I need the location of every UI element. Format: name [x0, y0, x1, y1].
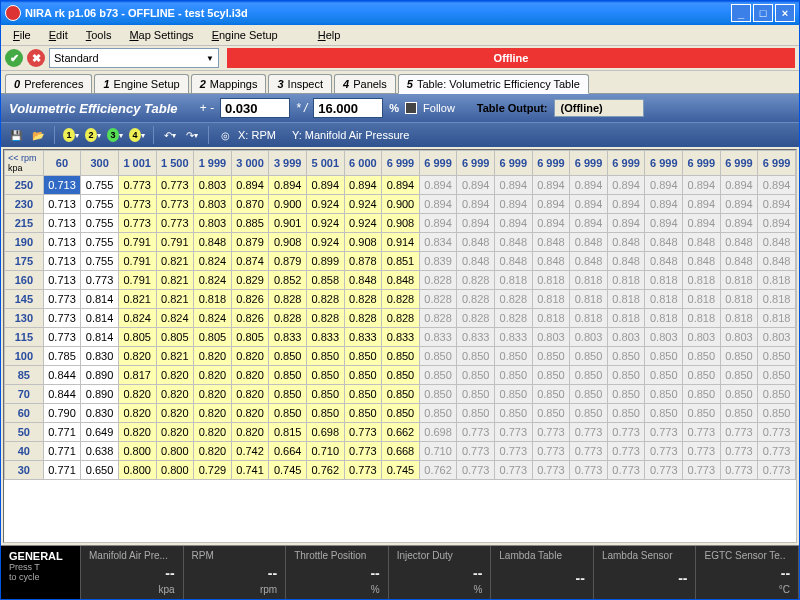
cell[interactable]: 0.773	[118, 176, 156, 195]
cell[interactable]: 0.818	[570, 271, 608, 290]
cell[interactable]: 0.839	[419, 252, 457, 271]
cell[interactable]: 0.755	[81, 195, 119, 214]
cell[interactable]: 0.850	[419, 404, 457, 423]
cell[interactable]: 0.848	[457, 252, 495, 271]
cell[interactable]: 0.894	[419, 176, 457, 195]
cell[interactable]: 0.879	[269, 252, 307, 271]
cell[interactable]: 0.638	[81, 442, 119, 461]
cell[interactable]: 0.894	[457, 214, 495, 233]
cell[interactable]: 0.850	[683, 404, 721, 423]
cell[interactable]: 0.814	[81, 328, 119, 347]
tab-engine-setup[interactable]: 1Engine Setup	[94, 74, 188, 93]
connect-button[interactable]: ✔	[5, 49, 23, 67]
cell[interactable]: 0.791	[156, 233, 194, 252]
col-header[interactable]: 6 999	[419, 151, 457, 176]
cell[interactable]: 0.800	[118, 442, 156, 461]
menu-engine-setup[interactable]: Engine Setup	[204, 27, 286, 43]
cell[interactable]: 0.790	[43, 404, 81, 423]
cell[interactable]: 0.824	[194, 271, 232, 290]
cell[interactable]: 0.850	[419, 366, 457, 385]
cell[interactable]: 0.755	[81, 214, 119, 233]
cell[interactable]: 0.850	[607, 347, 645, 366]
preset-3-button[interactable]: 3	[106, 126, 124, 144]
row-header[interactable]: 215	[5, 214, 44, 233]
maximize-button[interactable]: □	[753, 4, 773, 22]
cell[interactable]: 0.773	[683, 423, 721, 442]
cell[interactable]: 0.773	[495, 461, 533, 480]
cell[interactable]: 0.805	[194, 328, 232, 347]
tab-preferences[interactable]: 0Preferences	[5, 74, 92, 93]
cell[interactable]: 0.805	[156, 328, 194, 347]
row-header[interactable]: 30	[5, 461, 44, 480]
cell[interactable]: 0.771	[43, 423, 81, 442]
cell[interactable]: 0.771	[43, 442, 81, 461]
cell[interactable]: 0.741	[231, 461, 269, 480]
row-header[interactable]: 230	[5, 195, 44, 214]
cell[interactable]: 0.901	[269, 214, 307, 233]
cell[interactable]: 0.773	[607, 423, 645, 442]
row-header[interactable]: 160	[5, 271, 44, 290]
cell[interactable]: 0.821	[156, 271, 194, 290]
cell[interactable]: 0.773	[720, 423, 758, 442]
cell[interactable]: 0.713	[43, 195, 81, 214]
cell[interactable]: 0.828	[495, 290, 533, 309]
cell[interactable]: 0.791	[118, 252, 156, 271]
cell[interactable]: 0.850	[683, 347, 721, 366]
cell[interactable]: 0.820	[231, 366, 269, 385]
cell[interactable]: 0.818	[683, 271, 721, 290]
cell[interactable]: 0.828	[457, 271, 495, 290]
cell[interactable]: 0.833	[419, 328, 457, 347]
cell[interactable]: 0.745	[382, 461, 420, 480]
tab-mappings[interactable]: 2Mappings	[191, 74, 267, 93]
cell[interactable]: 0.850	[306, 404, 344, 423]
cell[interactable]: 0.791	[118, 271, 156, 290]
cell[interactable]: 0.848	[645, 252, 683, 271]
cell[interactable]: 0.850	[419, 347, 457, 366]
menu-tools[interactable]: Tools	[78, 27, 120, 43]
cell[interactable]: 0.894	[495, 195, 533, 214]
cell[interactable]: 0.820	[156, 366, 194, 385]
cell[interactable]: 0.894	[720, 214, 758, 233]
cell[interactable]: 0.834	[419, 233, 457, 252]
muldiv-input[interactable]	[313, 98, 383, 118]
col-header[interactable]: 300	[81, 151, 119, 176]
preset-2-button[interactable]: 2	[84, 126, 102, 144]
cell[interactable]: 0.773	[532, 442, 570, 461]
cell[interactable]: 0.894	[382, 176, 420, 195]
cell[interactable]: 0.755	[81, 176, 119, 195]
cell[interactable]: 0.848	[683, 233, 721, 252]
cell[interactable]: 0.803	[194, 195, 232, 214]
cell[interactable]: 0.848	[532, 233, 570, 252]
cell[interactable]: 0.850	[344, 385, 382, 404]
col-header[interactable]: 6 999	[645, 151, 683, 176]
cell[interactable]: 0.908	[269, 233, 307, 252]
cell[interactable]: 0.850	[269, 404, 307, 423]
cell[interactable]: 0.894	[532, 176, 570, 195]
cell[interactable]: 0.773	[43, 328, 81, 347]
cell[interactable]: 0.805	[118, 328, 156, 347]
cell[interactable]: 0.773	[457, 461, 495, 480]
cell[interactable]: 0.848	[720, 233, 758, 252]
cell[interactable]: 0.664	[269, 442, 307, 461]
cell[interactable]: 0.773	[758, 423, 796, 442]
cell[interactable]: 0.914	[382, 233, 420, 252]
cell[interactable]: 0.818	[570, 290, 608, 309]
cell[interactable]: 0.848	[344, 271, 382, 290]
save-button[interactable]: 💾	[7, 126, 25, 144]
cell[interactable]: 0.773	[645, 461, 683, 480]
cell[interactable]: 0.894	[269, 176, 307, 195]
cell[interactable]: 0.826	[231, 290, 269, 309]
cell[interactable]: 0.828	[306, 309, 344, 328]
cell[interactable]: 0.850	[758, 404, 796, 423]
col-header[interactable]: 6 999	[683, 151, 721, 176]
row-header[interactable]: 40	[5, 442, 44, 461]
cell[interactable]: 0.850	[306, 366, 344, 385]
cell[interactable]: 0.820	[156, 423, 194, 442]
cell[interactable]: 0.818	[607, 309, 645, 328]
cell[interactable]: 0.755	[81, 252, 119, 271]
cell[interactable]: 0.828	[269, 290, 307, 309]
cell[interactable]: 0.815	[269, 423, 307, 442]
cell[interactable]: 0.668	[382, 442, 420, 461]
cell[interactable]: 0.850	[419, 385, 457, 404]
col-header[interactable]: 6 000	[344, 151, 382, 176]
